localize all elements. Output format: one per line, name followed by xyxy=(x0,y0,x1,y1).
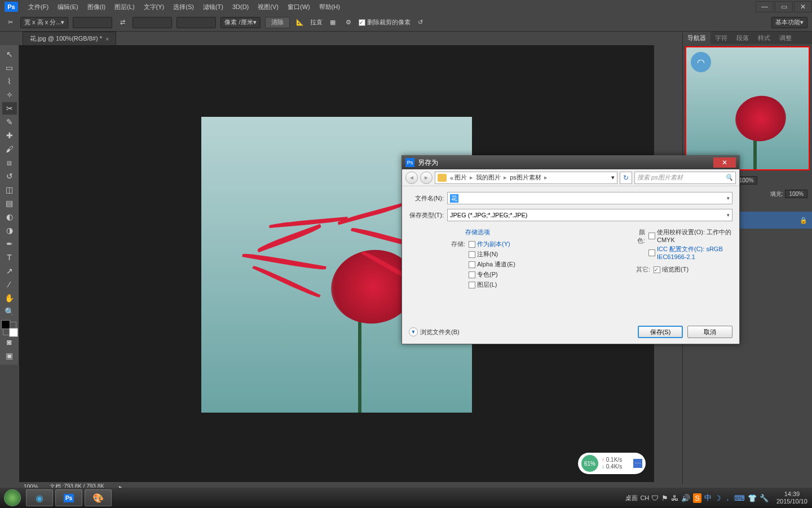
crop-tool[interactable]: ✂ xyxy=(2,102,17,115)
type-tool[interactable]: T xyxy=(2,251,17,264)
menu-layer[interactable]: 图层(L) xyxy=(110,3,139,11)
ime-indicator[interactable]: CH xyxy=(640,494,649,501)
document-tab[interactable]: 花.jpg @ 100%(RGB/8#) * × xyxy=(23,32,116,45)
menu-3d[interactable]: 3D(D) xyxy=(228,3,253,10)
path-selection-tool[interactable]: ↗ xyxy=(2,265,17,277)
reset-icon[interactable]: ↺ xyxy=(415,17,426,28)
proof-checkbox[interactable]: 使用校样设置(O): 工作中的 CMYK xyxy=(648,228,732,243)
cancel-button[interactable]: 取消 xyxy=(687,326,732,338)
dodge-tool[interactable]: ◑ xyxy=(2,224,17,237)
icc-checkbox[interactable]: ICC 配置文件(C): sRGB IEC61966-2.1 xyxy=(648,245,732,260)
save-button[interactable]: 保存(S) xyxy=(638,326,683,338)
tab-character[interactable]: 字符 xyxy=(710,32,732,44)
menu-view[interactable]: 视图(V) xyxy=(253,3,283,11)
clock[interactable]: 14:39 2015/10/10 xyxy=(776,491,807,505)
menu-window[interactable]: 窗口(W) xyxy=(283,3,315,11)
zoom-tool[interactable]: 🔍 xyxy=(2,305,17,318)
search-input[interactable]: 搜索 ps图片素材 🔍 xyxy=(634,172,736,184)
as-copy-checkbox[interactable]: 作为副本(Y) xyxy=(469,240,515,248)
filetype-select[interactable]: JPEG (*.JPG;*.JPEG;*.JPE) ▾ xyxy=(447,209,732,221)
annotations-checkbox[interactable]: 注释(N) xyxy=(469,250,515,259)
menu-edit[interactable]: 编辑(E) xyxy=(53,3,83,11)
tray-volume-icon[interactable]: 🔊 xyxy=(681,494,690,502)
tray-comma-icon[interactable]: ， xyxy=(724,493,731,503)
marquee-tool[interactable]: ▭ xyxy=(2,62,17,74)
tray-shield-icon[interactable]: 🛡 xyxy=(651,494,659,502)
pen-tool[interactable]: ✒ xyxy=(2,238,17,250)
grid-overlay-icon[interactable]: ▦ xyxy=(327,17,338,28)
eyedropper-tool[interactable]: ✎ xyxy=(2,116,17,128)
network-speed-widget[interactable]: 61% 0.1K/s 0.4K/s ⋯ xyxy=(578,453,646,474)
tray-flag-icon[interactable]: ⚑ xyxy=(661,494,668,502)
eraser-tool[interactable]: ◫ xyxy=(2,183,17,196)
dialog-titlebar[interactable]: Ps 另存为 ✕ xyxy=(402,156,739,169)
nav-back-button[interactable]: ◄ xyxy=(405,172,418,184)
gradient-tool[interactable]: ▤ xyxy=(2,197,17,209)
refresh-button[interactable]: ↻ xyxy=(620,172,632,184)
taskbar-app-browser[interactable]: ◉ xyxy=(26,489,53,506)
workspace-select[interactable]: 基本功能 ▾ xyxy=(771,17,807,28)
browse-folders-toggle[interactable]: ▼浏览文件夹(B) xyxy=(409,327,460,336)
tray-shirt-icon[interactable]: 👕 xyxy=(748,494,757,502)
menu-help[interactable]: 帮助(H) xyxy=(315,3,345,11)
tray-sogou-icon[interactable]: S xyxy=(693,493,701,503)
window-close-button[interactable]: ✕ xyxy=(794,1,812,12)
straighten-icon[interactable]: 📐 xyxy=(294,17,306,28)
window-maximize-button[interactable]: ▭ xyxy=(775,1,793,12)
dialog-close-button[interactable]: ✕ xyxy=(713,157,736,168)
menu-file[interactable]: 文件(F) xyxy=(24,3,53,11)
taskbar-app-photoshop[interactable]: Ps xyxy=(55,489,82,506)
shape-tool[interactable]: ∕ xyxy=(2,278,17,291)
screen-mode-icon[interactable]: ▣ xyxy=(2,349,17,362)
color-swatch[interactable] xyxy=(3,322,16,335)
hand-tool[interactable]: ✋ xyxy=(2,292,17,304)
alpha-checkbox[interactable]: Alpha 通道(E) xyxy=(469,260,515,269)
tray-keyboard-icon[interactable]: ⌨ xyxy=(734,494,745,502)
magic-wand-tool[interactable]: ✧ xyxy=(2,89,17,101)
fill-input[interactable]: 100% xyxy=(785,190,807,198)
taskbar-app-paint[interactable]: 🎨 xyxy=(85,489,112,506)
quick-mask-icon[interactable]: ◙ xyxy=(2,336,17,348)
healing-brush-tool[interactable]: ✚ xyxy=(2,129,17,142)
menu-filter[interactable]: 滤镜(T) xyxy=(198,3,228,11)
tab-adjustments[interactable]: 调整 xyxy=(775,32,796,44)
crop-width-input[interactable] xyxy=(73,17,112,28)
menu-type[interactable]: 文字(Y) xyxy=(139,3,169,11)
lasso-tool[interactable]: ⌇ xyxy=(2,75,17,87)
settings-gear-icon[interactable]: ⚙ xyxy=(343,17,354,28)
window-minimize-button[interactable]: — xyxy=(756,1,774,12)
crop-ratio-select[interactable]: 宽 x 高 x 分... ▾ xyxy=(20,17,68,28)
tab-navigator[interactable]: 导航器 xyxy=(683,32,710,44)
menu-image[interactable]: 图像(I) xyxy=(83,3,110,11)
tray-network-icon[interactable]: 🖧 xyxy=(671,494,678,502)
history-brush-tool[interactable]: ↺ xyxy=(2,170,17,182)
thumbnail-checkbox[interactable]: 缩览图(T) xyxy=(654,265,689,274)
tab-paragraph[interactable]: 段落 xyxy=(732,32,753,44)
crop-height-input[interactable] xyxy=(133,17,172,28)
expand-widget-icon[interactable]: ⋯ xyxy=(633,459,642,468)
crop-res-input[interactable] xyxy=(176,17,216,28)
clear-button[interactable]: 清除 xyxy=(265,17,290,28)
spot-checkbox[interactable]: 专色(P) xyxy=(469,270,515,279)
layers-checkbox[interactable]: 图层(L) xyxy=(469,281,515,289)
brush-tool[interactable]: 🖌 xyxy=(2,143,17,155)
swap-icon[interactable]: ⇄ xyxy=(117,17,128,28)
stamp-tool[interactable]: ⧇ xyxy=(2,156,17,169)
tray-icons[interactable]: 🛡 ⚑ 🖧 🔊 S 中 ☽ ， ⌨ 👕 🔧 xyxy=(651,493,769,503)
close-tab-icon[interactable]: × xyxy=(105,36,109,42)
crop-unit-select[interactable]: 像素 /厘米 ▾ xyxy=(220,17,260,28)
lock-icon[interactable]: 🔒 xyxy=(800,217,807,224)
blur-tool[interactable]: ◐ xyxy=(2,211,17,223)
tray-moon-icon[interactable]: ☽ xyxy=(714,494,721,502)
breadcrumb[interactable]: « 图片▸ 我的图片▸ ps图片素材▸ ▾ xyxy=(435,172,617,184)
filename-input[interactable]: 花 ▾ xyxy=(447,192,732,204)
nav-forward-button[interactable]: ► xyxy=(420,172,433,184)
tray-wrench-icon[interactable]: 🔧 xyxy=(760,494,769,502)
desktop-button[interactable]: 桌面 xyxy=(625,494,638,502)
menu-select[interactable]: 选择(S) xyxy=(169,3,198,11)
start-button[interactable] xyxy=(0,488,25,508)
move-tool[interactable]: ↖ xyxy=(2,48,17,60)
tab-styles[interactable]: 样式 xyxy=(753,32,775,44)
navigator-preview[interactable]: ◠ xyxy=(685,46,810,170)
tray-ime-zh-icon[interactable]: 中 xyxy=(704,493,712,503)
